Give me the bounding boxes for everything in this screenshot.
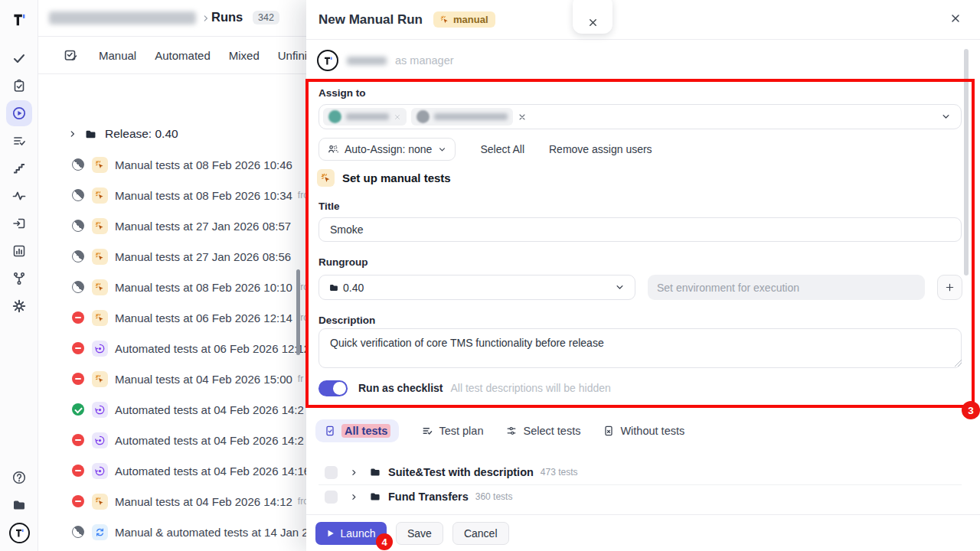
list-scrollbar-thumb[interactable] — [296, 269, 300, 355]
tab-manual[interactable]: Manual — [99, 49, 136, 62]
nav-analytics-icon[interactable] — [0, 240, 38, 262]
nav-checks-icon[interactable] — [0, 47, 38, 70]
folder-icon — [84, 128, 97, 141]
run-list-item[interactable]: Manual tests at 08 Feb 2026 10:46 — [38, 149, 306, 180]
automated-run-icon — [92, 341, 108, 357]
select-all-button[interactable]: Select All — [480, 143, 524, 155]
chevron-right-icon[interactable] — [349, 492, 359, 502]
auto-assign-button[interactable]: Auto-Assign: none — [318, 138, 456, 161]
chevron-right-icon[interactable] — [349, 468, 359, 478]
suite-row[interactable]: Suite&Test with description 473 tests — [306, 461, 980, 484]
auto-assign-label: Auto-Assign: none — [345, 143, 432, 155]
panel-close-tab[interactable] — [573, 0, 612, 34]
run-list-item[interactable]: Manual tests at 04 Feb 2026 15:00 fr — [38, 364, 306, 394]
assignee-name-blurred — [434, 113, 508, 120]
status-in-progress-icon — [72, 158, 84, 171]
cancel-button[interactable]: Cancel — [452, 522, 509, 545]
close-icon[interactable] — [587, 17, 599, 28]
manual-run-icon — [92, 371, 108, 387]
runs-panel-header: Runs 342 — [38, 0, 306, 37]
add-environment-button[interactable] — [937, 275, 962, 300]
nav-settings-gear-icon[interactable] — [0, 295, 38, 318]
save-button[interactable]: Save — [396, 522, 443, 545]
run-list-item[interactable]: Manual tests at 08 Feb 2026 10:34 fro — [38, 180, 306, 210]
tab-unfinished[interactable]: Unfinished — [278, 49, 306, 62]
run-suffix: fr — [298, 373, 303, 384]
run-list-item[interactable]: Manual tests at 27 Jan 2026 08:56 — [38, 241, 306, 272]
run-as-checklist-toggle[interactable] — [318, 380, 348, 396]
suite-checkbox[interactable] — [325, 466, 338, 479]
suite-row[interactable]: Fund Transfers 360 tests — [306, 485, 980, 508]
modal-close-button[interactable] — [949, 12, 962, 24]
runs-board-icon[interactable] — [63, 47, 78, 63]
manager-role-text: as manager — [395, 54, 454, 67]
resize-handle[interactable] — [955, 360, 962, 367]
run-list-item[interactable]: Manual tests at 04 Feb 2026 14:12 fro — [38, 486, 306, 517]
help-icon[interactable] — [0, 466, 38, 489]
manual-run-icon — [92, 157, 108, 173]
status-in-progress-icon — [72, 250, 84, 262]
modal-header: New Manual Run manual — [306, 0, 980, 40]
remove-assignee-icon[interactable] — [518, 112, 527, 122]
chevron-down-icon — [437, 145, 447, 155]
nav-import-icon[interactable] — [0, 212, 38, 235]
app-logo[interactable] — [0, 8, 38, 31]
manual-cursor-icon — [440, 15, 449, 24]
assignee-chip[interactable] — [323, 108, 407, 126]
avatar-t-logo-icon — [9, 523, 30, 543]
breadcrumb-chevron-icon — [201, 13, 211, 24]
breadcrumb-runs[interactable]: Runs — [211, 10, 243, 24]
modal-scrollbar-thumb[interactable] — [964, 49, 969, 276]
assign-to-label: Assign to — [318, 87, 366, 99]
remove-assign-users-button[interactable]: Remove assign users — [549, 143, 652, 155]
runs-panel: Runs 342 Manual Automated Mixed Unfinish… — [38, 0, 306, 551]
run-list-item[interactable]: Automated tests at 04 Feb 2026 14:16 — [38, 455, 306, 486]
tab-mixed[interactable]: Mixed — [229, 49, 260, 62]
run-list-item[interactable]: Manual tests at 06 Feb 2026 12:14 fro — [38, 302, 306, 333]
nav-activity-icon[interactable] — [0, 184, 38, 207]
tab-select-tests[interactable]: Select tests — [505, 425, 580, 437]
nav-test-cases-icon[interactable] — [0, 74, 38, 97]
nav-branches-icon[interactable] — [0, 267, 38, 290]
nav-test-plans-icon[interactable] — [0, 129, 38, 152]
run-title: Manual tests at 08 Feb 2026 10:34 — [115, 189, 292, 202]
status-in-progress-icon — [72, 526, 84, 538]
remove-assignee-icon[interactable] — [394, 113, 401, 121]
tab-test-plan[interactable]: Test plan — [421, 425, 483, 437]
suite-checkbox[interactable] — [325, 491, 338, 504]
runs-count-badge: 342 — [253, 11, 279, 24]
projects-folder-icon[interactable] — [0, 494, 38, 517]
user-avatar[interactable] — [0, 521, 38, 544]
people-icon — [327, 143, 339, 155]
nav-runs-icon[interactable] — [0, 102, 38, 125]
run-title: Automated tests at 04 Feb 2026 14:2 — [115, 434, 304, 447]
assignees-select[interactable] — [318, 104, 962, 129]
rungroup-select[interactable]: 0.40 — [318, 275, 635, 300]
run-list-item[interactable]: Automated tests at 04 Feb 2026 14:2 — [38, 425, 306, 455]
run-title: Manual tests at 27 Jan 2026 08:56 — [115, 250, 291, 263]
tab-automated[interactable]: Automated — [155, 49, 211, 62]
nav-milestones-icon[interactable] — [0, 157, 38, 180]
chevron-down-icon[interactable] — [940, 111, 952, 122]
release-folder-row[interactable]: Release: 0.40 — [38, 119, 306, 149]
project-name-blurred[interactable] — [49, 11, 196, 24]
run-suffix: fro — [298, 496, 306, 507]
run-list-item[interactable]: Manual tests at 08 Feb 2026 10:10 fro — [38, 272, 306, 302]
tab-all-tests[interactable]: All tests — [315, 419, 399, 442]
run-list-item[interactable]: Automated tests at 06 Feb 2026 12:12 — [38, 333, 306, 364]
launch-button-label: Launch — [341, 527, 376, 540]
status-failed-icon — [72, 495, 84, 507]
run-list-item[interactable]: Manual & automated tests at 14 Jan 2 — [38, 517, 306, 547]
status-failed-icon — [72, 434, 84, 446]
title-input[interactable] — [318, 217, 962, 242]
run-list-item[interactable]: Automated tests at 04 Feb 2026 14:2 — [38, 394, 306, 425]
suite-test-count: 360 tests — [475, 491, 513, 502]
environment-input[interactable] — [648, 275, 925, 300]
description-textarea[interactable]: Quick verification of core TMS functiona… — [318, 328, 962, 368]
tab-without-tests[interactable]: Without tests — [603, 425, 684, 437]
run-list-item[interactable]: Manual tests at 27 Jan 2026 08:57 — [38, 210, 306, 241]
chevron-right-icon[interactable] — [67, 129, 78, 139]
suite-name: Suite&Test with description — [388, 466, 534, 478]
test-selection-tabs: All tests Test plan Select tests Without… — [315, 419, 707, 443]
assignee-chip[interactable] — [411, 108, 513, 126]
